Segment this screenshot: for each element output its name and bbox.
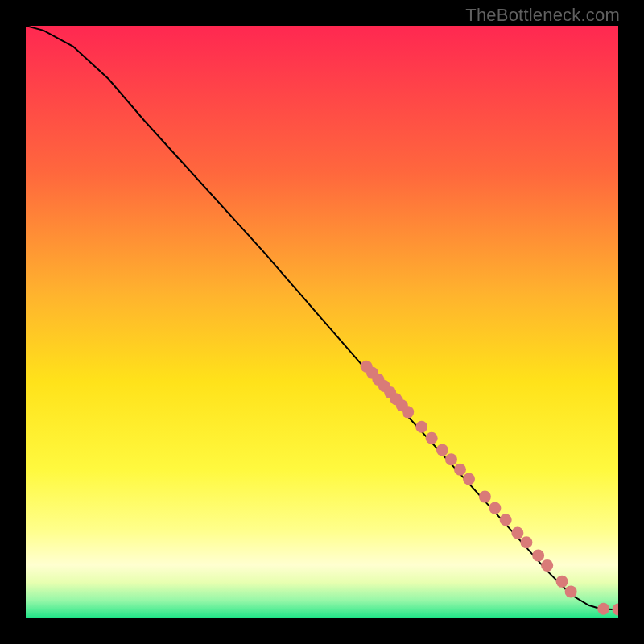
chart-marker <box>556 576 568 588</box>
chart-marker <box>532 549 544 561</box>
chart-marker <box>565 585 577 597</box>
chart-marker <box>520 536 532 548</box>
chart-marker <box>541 559 553 572</box>
chart-marker <box>489 502 501 514</box>
chart-marker <box>479 491 491 503</box>
chart-svg <box>26 26 618 618</box>
chart-plot-area <box>26 26 618 618</box>
watermark-text: TheBottleneck.com <box>465 5 620 26</box>
chart-marker <box>402 406 414 418</box>
chart-marker <box>415 421 427 433</box>
chart-marker <box>500 514 512 526</box>
chart-marker <box>454 464 466 476</box>
chart-marker <box>511 527 523 539</box>
chart-marker <box>597 603 609 615</box>
chart-marker <box>426 432 438 444</box>
chart-marker <box>436 444 448 456</box>
chart-marker <box>463 473 475 485</box>
chart-marker <box>445 453 457 465</box>
chart-background-gradient <box>26 26 618 618</box>
